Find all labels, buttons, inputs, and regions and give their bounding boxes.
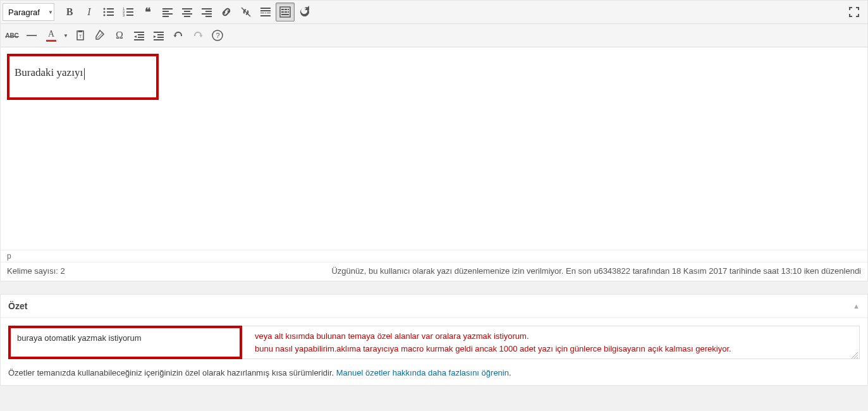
excerpt-help-suffix: . (509, 368, 511, 377)
svg-rect-14 (162, 13, 173, 15)
svg-rect-3 (107, 11, 114, 13)
svg-rect-16 (182, 8, 192, 9)
italic-button[interactable]: I (80, 3, 99, 21)
svg-rect-49 (154, 39, 164, 40)
svg-rect-32 (281, 9, 284, 10)
bold-button[interactable]: B (60, 3, 79, 21)
svg-rect-18 (182, 13, 192, 15)
editor-panel: Paragraf B I 123 ❝ (0, 0, 868, 281)
path-value: p (7, 252, 11, 261)
excerpt-help-prefix: Özetler temanızda kullanabileceğiniz içe… (8, 368, 336, 377)
bullet-list-button[interactable] (99, 3, 118, 21)
clear-formatting-button[interactable] (90, 26, 109, 45)
svg-rect-27 (260, 13, 264, 13)
align-center-button[interactable] (178, 3, 197, 21)
svg-rect-1 (107, 8, 114, 9)
svg-rect-19 (184, 16, 190, 17)
svg-rect-15 (162, 16, 169, 17)
fullscreen-button[interactable] (845, 3, 864, 21)
excerpt-help-text: Özetler temanızda kullanabileceğiniz içe… (8, 368, 860, 377)
svg-rect-21 (205, 11, 212, 12)
svg-rect-47 (157, 34, 164, 35)
toolbar-row-1: Paragraf B I 123 ❝ (1, 1, 867, 24)
svg-rect-13 (162, 11, 169, 12)
svg-point-4 (104, 15, 106, 16)
unlink-button[interactable] (236, 3, 255, 21)
svg-rect-34 (288, 9, 289, 10)
svg-point-2 (104, 11, 106, 13)
svg-rect-17 (184, 11, 190, 12)
paste-text-button[interactable]: T (71, 26, 90, 45)
svg-rect-12 (162, 8, 173, 9)
annotation-text: veya alt kısımda bulunan temaya özel ala… (242, 326, 859, 359)
word-count: Kelime sayısı: 2 (7, 266, 65, 276)
excerpt-body: buraya otomatik yazmak istiyorum veya al… (1, 318, 867, 385)
svg-point-0 (104, 8, 106, 10)
indent-button[interactable] (149, 26, 168, 45)
collapse-toggle-icon[interactable]: ▲ (853, 302, 860, 310)
svg-text:3: 3 (123, 13, 125, 17)
svg-line-24 (241, 8, 250, 16)
toolbar-row-2: ABC — A ▼ T Ω ? (1, 24, 867, 47)
svg-rect-23 (205, 16, 212, 17)
svg-text:?: ? (216, 32, 220, 39)
svg-rect-44 (138, 37, 144, 38)
undo-button[interactable] (169, 26, 188, 45)
outdent-button[interactable] (130, 26, 149, 45)
svg-rect-33 (284, 9, 287, 10)
svg-rect-29 (267, 13, 271, 13)
svg-rect-38 (281, 14, 289, 15)
svg-rect-40 (78, 30, 82, 32)
svg-rect-11 (126, 15, 133, 16)
excerpt-help-link[interactable]: Manuel özetler hakkında daha fazlasını ö… (336, 368, 509, 377)
editor-text: Buradaki yazıyı (15, 66, 83, 78)
align-left-button[interactable] (158, 3, 177, 21)
element-path: p (1, 250, 867, 262)
text-color-dropdown[interactable]: ▼ (61, 26, 70, 45)
svg-rect-20 (202, 8, 212, 9)
help-button[interactable]: ? (208, 26, 227, 45)
status-message: Üzgünüz, bu kullanıcı olarak yazı düzenl… (331, 266, 861, 276)
svg-rect-28 (265, 13, 266, 13)
special-char-button[interactable]: Ω (110, 26, 129, 45)
horizontal-rule-button[interactable]: — (22, 26, 41, 45)
svg-rect-36 (284, 11, 287, 13)
svg-text:T: T (79, 34, 82, 39)
strikethrough-button[interactable]: ABC (3, 26, 21, 45)
excerpt-textarea[interactable]: buraya otomatik yazmak istiyorum veya al… (8, 326, 860, 359)
excerpt-panel: Özet ▲ buraya otomatik yazmak istiyorum … (0, 294, 868, 386)
read-more-button[interactable] (256, 3, 275, 21)
numbered-list-button[interactable]: 123 (119, 3, 138, 21)
link-button[interactable] (217, 3, 236, 21)
svg-rect-25 (260, 8, 271, 9)
svg-rect-48 (157, 37, 164, 38)
svg-rect-26 (260, 10, 271, 11)
annotation-highlight-box: Buradaki yazıyı (7, 54, 159, 100)
format-select[interactable]: Paragraf (3, 3, 54, 21)
annotation-highlight-excerpt: buraya otomatik yazmak istiyorum (8, 326, 242, 359)
toolbar-toggle-button[interactable] (276, 3, 295, 21)
svg-rect-42 (134, 32, 144, 33)
annotation-line-1: veya alt kısımda bulunan temaya özel ala… (255, 330, 853, 343)
status-bar: Kelime sayısı: 2 Üzgünüz, bu kullanıcı o… (1, 262, 867, 281)
svg-rect-7 (126, 8, 133, 9)
text-color-button[interactable]: A (42, 26, 61, 45)
text-cursor (84, 68, 85, 80)
svg-rect-35 (281, 11, 284, 13)
annotation-line-2: bunu nasıl yapabilirim.aklıma tarayıcıya… (255, 343, 853, 355)
editor-content-area[interactable]: Buradaki yazıyı (1, 47, 867, 250)
svg-rect-46 (154, 32, 164, 33)
align-right-button[interactable] (197, 3, 216, 21)
resize-handle-icon[interactable] (852, 351, 858, 357)
svg-rect-43 (138, 34, 144, 35)
refresh-button[interactable] (295, 3, 314, 21)
blockquote-button[interactable]: ❝ (138, 3, 157, 21)
svg-rect-5 (107, 15, 114, 16)
excerpt-value: buraya otomatik yazmak istiyorum (17, 333, 142, 343)
svg-rect-30 (260, 15, 271, 16)
redo-button[interactable] (188, 26, 207, 45)
excerpt-title: Özet (8, 301, 27, 311)
excerpt-header[interactable]: Özet ▲ (1, 295, 867, 318)
svg-rect-45 (134, 39, 144, 40)
svg-rect-9 (126, 11, 133, 13)
